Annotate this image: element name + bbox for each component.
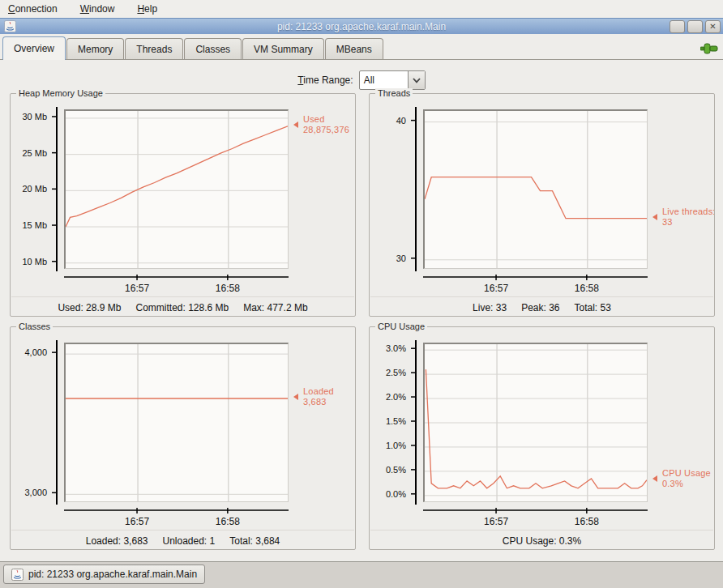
chart-summary: Live: 33Peak: 36Total: 53 [370, 296, 713, 313]
plot-area [423, 343, 648, 502]
window-controls: ✕ [670, 20, 721, 33]
marker-arrow-icon [293, 394, 298, 400]
heap-memory-usage-panel: Heap Memory Usage 30 Mb25 Mb20 Mb15 Mb10… [10, 93, 356, 317]
y-tick-label: 3.0% [386, 343, 406, 353]
classes-panel: Classes 4,0003,00016:5716:58Loaded 3,683… [10, 326, 356, 550]
summary-item: Total: 3,684 [229, 535, 280, 547]
x-tick-label: 16:58 [216, 283, 240, 294]
y-tick-label: 0.5% [386, 465, 406, 475]
y-tick-label: 3,000 [24, 488, 47, 497]
x-tick-label: 16:58 [216, 516, 240, 527]
menu-bar: Connection Window Help [0, 0, 723, 19]
tab-bar: Overview Memory Threads Classes VM Summa… [2, 36, 383, 59]
x-tick-label: 16:57 [125, 516, 149, 527]
maximize-icon[interactable] [687, 20, 703, 33]
series-marker-label: CPU Usage 0.3% [662, 468, 711, 489]
marker-zone: Live threads: 33 [646, 94, 714, 300]
y-axis-labels: 3.0%2.5%2.0%1.5%1.0%0.5%0.0% [370, 343, 409, 502]
menu-help[interactable]: Help [137, 3, 157, 15]
marker-arrow-icon [652, 475, 657, 482]
classes-chart: 4,0003,00016:5716:58Loaded 3,683Loaded: … [11, 327, 355, 549]
tab-mbeans[interactable]: MBeans [325, 38, 383, 59]
tab-overview[interactable]: Overview [2, 36, 66, 60]
marker-zone: Used 28,875,376 [287, 94, 355, 300]
panel-title: CPU Usage [375, 322, 427, 332]
summary-item: Max: 477.2 Mb [243, 302, 307, 313]
x-tick-label: 16:57 [125, 283, 149, 294]
y-axis [410, 106, 421, 272]
marker-arrow-icon [293, 121, 298, 128]
time-range-row: Time Range: All [0, 70, 723, 90]
time-range-value: All [360, 75, 408, 86]
summary-item: Loaded: 3,683 [86, 535, 148, 547]
threads-chart: 403016:5716:58Live threads: 33Live: 33Pe… [370, 94, 714, 316]
cpu-chart: 3.0%2.5%2.0%1.5%1.0%0.5%0.0%16:5716:58CP… [370, 327, 714, 549]
java-cup-icon [4, 20, 16, 32]
tab-classes[interactable]: Classes [184, 38, 242, 59]
y-axis [410, 339, 421, 505]
chevron-down-icon[interactable] [408, 71, 425, 89]
time-range-label: Time Range: [297, 75, 353, 86]
plug-connected-icon [700, 42, 718, 55]
summary-item: Used: 28.9 Mb [58, 302, 121, 313]
y-tick-label: 1.5% [386, 416, 406, 426]
chart-summary: Used: 28.9 MbCommitted: 128.6 MbMax: 477… [11, 296, 354, 313]
cpu-usage-panel: CPU Usage 3.0%2.5%2.0%1.5%1.0%0.5%0.0%16… [369, 326, 715, 550]
x-axis: 16:5716:58 [422, 508, 649, 529]
menu-window[interactable]: Window [80, 3, 115, 15]
chart-summary: CPU Usage: 0.3% [370, 530, 713, 547]
x-axis: 16:5716:58 [63, 508, 290, 529]
close-icon[interactable]: ✕ [705, 20, 721, 33]
x-axis: 16:5716:58 [63, 275, 290, 296]
summary-item: Live: 33 [473, 302, 507, 313]
x-tick-label: 16:57 [484, 283, 508, 294]
x-tick-label: 16:58 [575, 516, 599, 527]
plot-area [64, 343, 289, 502]
panel-title: Classes [16, 322, 53, 332]
tab-strip-divider [0, 59, 723, 60]
y-tick-label: 0.0% [386, 489, 406, 499]
series-line [425, 177, 647, 219]
y-axis-labels: 30 Mb25 Mb20 Mb15 Mb10 Mb [11, 109, 49, 269]
tab-vm-summary[interactable]: VM Summary [242, 38, 324, 59]
x-axis: 16:5716:58 [422, 275, 649, 296]
java-cup-icon [11, 569, 24, 581]
marker-zone: CPU Usage 0.3% [646, 327, 714, 534]
x-tick-label: 16:58 [575, 283, 599, 294]
jconsole-window: { "menu": { "items": [ {"label":"Connect… [0, 0, 723, 588]
marker-arrow-icon [652, 214, 657, 220]
plot-area [64, 109, 289, 269]
frame-title-bar: pid: 21233 org.apache.karaf.main.Main ✕ [0, 18, 723, 35]
series-line [426, 369, 647, 488]
series-line [66, 126, 288, 227]
frame-title: pid: 21233 org.apache.karaf.main.Main [0, 21, 723, 32]
y-tick-label: 1.0% [386, 441, 406, 450]
summary-item: Peak: 36 [521, 302, 559, 313]
tab-threads[interactable]: Threads [125, 38, 183, 59]
y-tick-label: 2.5% [386, 368, 406, 377]
tab-memory[interactable]: Memory [66, 38, 124, 59]
minimize-icon[interactable] [670, 20, 685, 33]
y-tick-label: 2.0% [386, 392, 406, 402]
heap-chart: 30 Mb25 Mb20 Mb15 Mb10 Mb16:5716:58Used … [11, 94, 355, 316]
summary-item: Total: 53 [575, 302, 611, 313]
y-tick-label: 40 [396, 116, 406, 126]
panel-title: Heap Memory Usage [16, 88, 105, 99]
frame-content: Overview Memory Threads Classes VM Summa… [0, 34, 723, 562]
summary-item: CPU Usage: 0.3% [503, 535, 581, 547]
summary-item: Committed: 128.6 Mb [135, 302, 229, 313]
time-range-select[interactable]: All [359, 70, 426, 90]
series-marker-label: Live threads: 33 [662, 207, 714, 228]
threads-panel: Threads 403016:5716:58Live threads: 33Li… [369, 93, 715, 317]
y-axis-labels: 4030 [370, 109, 409, 269]
series-marker-label: Used 28,875,376 [303, 114, 349, 135]
plot-area [423, 109, 648, 269]
series-marker-label: Loaded 3,683 [303, 386, 334, 407]
y-axis [51, 339, 62, 505]
summary-item: Unloaded: 1 [162, 535, 215, 547]
taskbar-button-label: pid: 21233 org.apache.karaf.main.Main [28, 569, 197, 580]
marker-zone: Loaded 3,683 [287, 327, 355, 534]
taskbar-window-button[interactable]: pid: 21233 org.apache.karaf.main.Main [3, 565, 205, 584]
y-tick-label: 4,000 [24, 347, 47, 357]
menu-connection[interactable]: Connection [8, 3, 58, 15]
